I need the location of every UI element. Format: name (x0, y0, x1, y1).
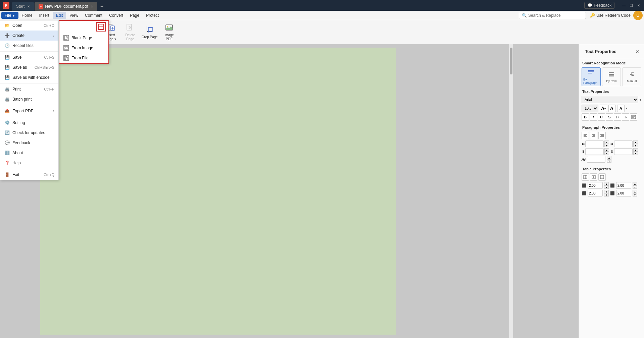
font-shrink-btn[interactable]: A- (608, 105, 616, 112)
file-menu-save-encode[interactable]: 💾 Save as with encode (0, 72, 58, 82)
file-menu-open[interactable]: 📂 Open Ctrl+O (0, 20, 58, 31)
font-color-btn[interactable]: A (617, 105, 625, 112)
toolbar-delete-page-btn[interactable]: Delete Page (121, 23, 140, 42)
file-menu-check-updates[interactable]: 🔄 Check for updates (0, 128, 58, 138)
table-left-up[interactable]: ▲ (633, 190, 637, 193)
file-menu-save-as[interactable]: 💾 Save as Ctrl+Shift+S (0, 62, 58, 72)
table-top-up[interactable]: ▲ (604, 182, 609, 185)
user-avatar[interactable]: U (633, 11, 643, 20)
table-right-up[interactable]: ▲ (633, 182, 637, 185)
left-indent-down[interactable]: ▼ (604, 144, 609, 147)
menu-protect[interactable]: Protect (143, 12, 162, 19)
kerning-row: AV ▲ ▼ (582, 156, 641, 163)
create-from-image[interactable]: From Image (59, 43, 108, 53)
bottom-spacing-down[interactable]: ▼ (633, 152, 638, 155)
feedback-button[interactable]: 💬 Feedback (584, 2, 614, 9)
tab-start-close[interactable]: ✕ (27, 5, 30, 8)
table-right-down[interactable]: ▼ (633, 185, 637, 189)
file-menu-setting[interactable]: ⚙️ Setting (0, 118, 58, 128)
table-top-down[interactable]: ▼ (604, 185, 609, 189)
table-left-input[interactable] (616, 190, 631, 196)
align-left-btn[interactable] (582, 132, 589, 139)
right-indent-up[interactable]: ▲ (633, 140, 638, 144)
table-bottom-input[interactable] (588, 190, 603, 196)
file-menu-about[interactable]: ℹ️ About (0, 148, 58, 158)
align-center-btn[interactable] (590, 132, 597, 139)
bottom-spacing-up[interactable]: ▲ (633, 148, 638, 152)
top-spacing-up[interactable]: ▲ (604, 148, 609, 152)
menu-view[interactable]: View (66, 12, 82, 19)
top-spacing-down[interactable]: ▼ (604, 152, 609, 155)
italic-btn[interactable]: I (590, 113, 597, 121)
file-menu-export[interactable]: 📤 Export PDF › (0, 106, 58, 116)
table-right-input[interactable] (616, 182, 631, 189)
file-menu-help[interactable]: ❓ Help (0, 158, 58, 168)
top-spacing-input[interactable] (585, 148, 604, 155)
recognition-manual[interactable]: Manual (622, 67, 641, 86)
kerning-down[interactable]: ▼ (607, 159, 611, 163)
file-menu-save[interactable]: 💾 Save Ctrl+S (0, 52, 58, 62)
toolbar-image-pdf-btn[interactable]: Image PDF (160, 23, 179, 42)
menu-home[interactable]: Home (18, 12, 36, 19)
create-from-file[interactable]: From File (59, 53, 108, 63)
align-right-btn[interactable] (598, 132, 606, 139)
left-indent-input[interactable] (585, 140, 604, 147)
right-indent-down[interactable]: ▼ (633, 144, 638, 147)
file-menu-create[interactable]: ➕ Create › (0, 31, 58, 41)
menu-comment[interactable]: Comment (82, 12, 106, 19)
table-top-input[interactable] (588, 182, 603, 189)
table-left-down[interactable]: ▼ (633, 193, 637, 196)
strikethrough-btn[interactable]: S (606, 113, 613, 121)
left-indent-up[interactable]: ▲ (604, 140, 609, 144)
close-button[interactable]: ✕ (636, 3, 641, 8)
menu-insert[interactable]: Insert (36, 12, 53, 19)
toolbar-crop-page-btn[interactable]: Crop Page (140, 23, 159, 42)
kerning-up[interactable]: ▲ (607, 156, 611, 159)
table-right-icon: ⬛ (610, 183, 615, 188)
file-menu-feedback[interactable]: 💬 Feedback (0, 138, 58, 148)
tab-start[interactable]: Start ✕ (12, 2, 34, 11)
font-grow-btn[interactable]: A+ (600, 105, 607, 112)
tab-new-pdf[interactable]: P New PDF document.pdf ✕ (35, 2, 97, 11)
tab-list: Start ✕ P New PDF document.pdf ✕ + (12, 0, 584, 11)
bottom-spacing-input[interactable] (614, 148, 633, 155)
tab-add-button[interactable]: + (98, 3, 106, 11)
minimize-button[interactable]: — (621, 3, 627, 8)
table-margin-row-1: ⬛ ▲ ▼ ⬛ ▲ ▼ (582, 182, 641, 189)
menu-edit[interactable]: Edit (53, 12, 66, 19)
tab-new-pdf-close[interactable]: ✕ (91, 5, 93, 8)
from-file-label: From File (71, 56, 89, 60)
text-box-btn[interactable] (630, 113, 637, 121)
menu-file[interactable]: File ▼ (1, 12, 18, 19)
maximize-button[interactable]: ❐ (629, 3, 634, 8)
table-bottom-down[interactable]: ▼ (604, 193, 609, 196)
vertical-scrollbar[interactable] (509, 44, 513, 338)
scroll-thumb[interactable] (510, 48, 512, 74)
subscript-btn[interactable]: T- (622, 113, 629, 121)
table-align-left-btn[interactable] (582, 173, 589, 181)
superscript-btn[interactable]: T+ (614, 113, 621, 121)
search-input[interactable] (528, 13, 583, 18)
redeem-code-button[interactable]: 🔑 Use Redeem Code (590, 13, 631, 18)
manual-icon (629, 71, 635, 79)
panel-close-button[interactable]: ✕ (633, 48, 641, 55)
recognition-by-row[interactable]: By Row (602, 67, 621, 86)
file-menu-exit[interactable]: 🚪 Exit Ctrl+Q (0, 170, 58, 180)
bold-btn[interactable]: B (582, 113, 589, 121)
underline-btn[interactable]: U (598, 113, 605, 121)
recognition-by-paragraph[interactable]: By Paragraph (582, 67, 601, 86)
file-menu-recent[interactable]: 🕐 Recent files (0, 41, 58, 51)
file-menu-batch-print[interactable]: 🖨️ Batch print (0, 94, 58, 104)
menu-page[interactable]: Page (127, 12, 143, 19)
menu-convert[interactable]: Convert (106, 12, 127, 19)
table-align-center-btn[interactable] (590, 173, 597, 181)
table-bottom-up[interactable]: ▲ (604, 190, 609, 193)
kerning-input[interactable] (587, 156, 605, 163)
top-spacing: ⬆ ▲ ▼ (582, 148, 609, 155)
font-size-select[interactable]: 10.5 (582, 105, 598, 112)
table-align-right-btn[interactable] (598, 173, 606, 181)
file-menu-print[interactable]: 🖨️ Print Ctrl+P (0, 84, 58, 94)
right-indent-input[interactable] (614, 140, 633, 147)
create-blank-page[interactable]: Blank Page (59, 33, 108, 43)
font-select[interactable]: Arial (582, 96, 638, 103)
